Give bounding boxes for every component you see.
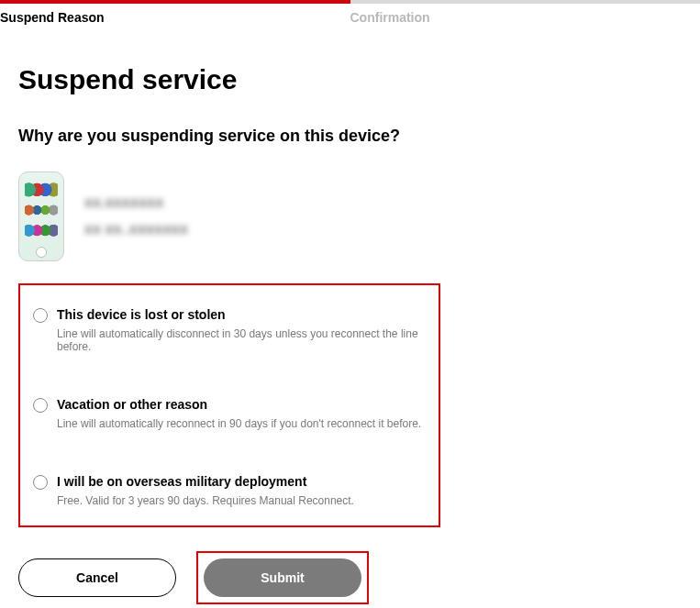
step-suspend-reason[interactable]: Suspend Reason xyxy=(0,0,350,29)
cancel-button[interactable]: Cancel xyxy=(18,558,176,597)
submit-highlight-box: Submit xyxy=(196,551,369,604)
device-name: XX.XXXXXXX xyxy=(84,196,188,210)
device-image-icon xyxy=(18,171,64,261)
option-desc: Line will automatically reconnect in 90 … xyxy=(57,417,421,430)
progress-stepper: Suspend Reason Confirmation xyxy=(0,0,700,29)
radio-lost-stolen[interactable] xyxy=(33,308,48,323)
step-confirmation: Confirmation xyxy=(350,0,701,29)
option-desc: Line will automatically disconnect in 30… xyxy=(57,327,426,353)
device-info: XX.XXXXXXX XX XX..XXXXXXX xyxy=(18,171,682,261)
radio-military[interactable] xyxy=(33,475,48,490)
device-number: XX XX..XXXXXXX xyxy=(84,223,188,237)
button-row: Cancel Submit xyxy=(18,551,682,604)
option-vacation[interactable]: Vacation or other reason Line will autom… xyxy=(33,392,426,436)
option-lost-stolen[interactable]: This device is lost or stolen Line will … xyxy=(33,302,426,359)
page-title: Suspend service xyxy=(18,64,682,95)
option-military[interactable]: I will be on overseas military deploymen… xyxy=(33,469,426,513)
submit-button[interactable]: Submit xyxy=(204,558,361,597)
step-label: Suspend Reason xyxy=(0,10,105,25)
step-label: Confirmation xyxy=(350,10,430,25)
option-title: I will be on overseas military deploymen… xyxy=(57,474,354,489)
question-heading: Why are you suspending service on this d… xyxy=(18,127,682,146)
option-title: Vacation or other reason xyxy=(57,397,421,412)
radio-vacation[interactable] xyxy=(33,398,48,413)
reason-options-group: This device is lost or stolen Line will … xyxy=(18,283,440,527)
option-desc: Free. Valid for 3 years 90 days. Require… xyxy=(57,494,354,507)
option-title: This device is lost or stolen xyxy=(57,307,426,322)
